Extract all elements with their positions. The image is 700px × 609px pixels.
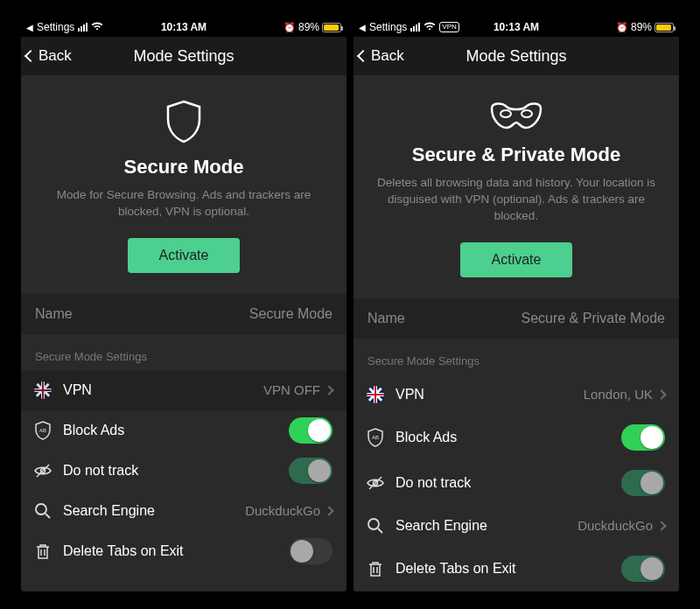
- block-ads-label: Block Ads: [396, 430, 621, 445]
- search-engine-label: Search Engine: [396, 518, 578, 534]
- battery-icon: [322, 23, 341, 32]
- block-ads-icon: AB: [33, 421, 52, 440]
- flag-uk-icon: [33, 381, 52, 400]
- breadcrumb-app[interactable]: Settings: [37, 21, 74, 33]
- wifi-icon: [91, 21, 103, 33]
- svg-line-2: [37, 465, 49, 477]
- dnt-label: Do not track: [396, 475, 621, 491]
- back-button[interactable]: Back: [26, 47, 72, 65]
- chevron-right-icon: [656, 389, 666, 399]
- back-button[interactable]: Back: [359, 47, 404, 65]
- vpn-label: VPN: [396, 387, 584, 402]
- battery-pct: 89%: [631, 21, 652, 33]
- clock: 10:13 AM: [494, 21, 539, 33]
- vpn-value: London, UK: [584, 387, 653, 402]
- magnifier-icon: [33, 501, 52, 521]
- svg-text:AB: AB: [372, 435, 379, 440]
- svg-text:AB: AB: [39, 428, 46, 433]
- vpn-value: VPN OFF: [263, 382, 320, 397]
- row-block-ads: AB Block Ads: [21, 410, 346, 451]
- hero-title: Secure Mode: [42, 156, 326, 178]
- chevron-left-icon: [357, 50, 369, 62]
- status-bar: ◀ Settings VPN 10:13 AM ⏰ 89%: [354, 18, 679, 37]
- eye-slash-icon: [33, 461, 52, 480]
- svg-point-10: [368, 519, 379, 529]
- delete-tabs-label: Delete Tabs on Exit: [63, 543, 289, 559]
- block-ads-icon: AB: [366, 428, 385, 447]
- flag-uk-icon: [366, 385, 385, 404]
- hero-title: Secure & Private Mode: [374, 144, 658, 166]
- nav-bar: Back Mode Settings: [354, 37, 679, 75]
- chevron-right-icon: [656, 521, 666, 530]
- chevron-left-icon: [24, 50, 37, 62]
- hero-description: Mode for Secure Browsing. Ads and tracke…: [42, 187, 326, 220]
- mask-icon: [374, 100, 658, 131]
- section-header-settings: Secure Mode Settings: [354, 339, 679, 374]
- magnifier-icon: [366, 516, 385, 536]
- clock: 10:13 AM: [161, 21, 206, 33]
- block-ads-toggle[interactable]: [289, 417, 332, 444]
- row-vpn[interactable]: VPN London, UK: [354, 374, 679, 415]
- block-ads-label: Block Ads: [63, 423, 289, 438]
- shield-icon: [42, 100, 326, 144]
- chevron-right-icon: [324, 506, 333, 515]
- alarm-icon: ⏰: [284, 22, 296, 33]
- section-header-settings: Secure Mode Settings: [21, 334, 346, 370]
- vpn-label: VPN: [63, 382, 263, 398]
- svg-point-5: [500, 110, 511, 117]
- search-engine-label: Search Engine: [63, 503, 245, 519]
- chevron-right-icon: [324, 385, 333, 395]
- vpn-badge: VPN: [439, 22, 458, 32]
- svg-line-11: [378, 528, 382, 533]
- row-search-engine[interactable]: Search Engine DuckduckGo: [354, 506, 679, 546]
- row-vpn[interactable]: VPN VPN OFF: [21, 370, 346, 410]
- page-title: Mode Settings: [466, 47, 566, 66]
- wifi-icon: [424, 21, 436, 33]
- signal-icon: [410, 23, 420, 32]
- status-bar: ◀ Settings 10:13 AM ⏰ 89%: [21, 18, 346, 37]
- name-value: Secure Mode: [249, 306, 332, 322]
- delete-tabs-label: Delete Tabs on Exit: [396, 561, 621, 577]
- page-title: Mode Settings: [133, 47, 234, 66]
- name-label: Name: [368, 311, 405, 326]
- battery-icon: [654, 23, 674, 32]
- dnt-toggle[interactable]: [621, 470, 665, 496]
- trash-icon: [366, 559, 385, 578]
- hero-section: Secure & Private Mode Deletes all browsi…: [354, 75, 679, 298]
- signal-icon: [78, 23, 88, 32]
- battery-pct: 89%: [298, 21, 319, 33]
- alarm-icon: ⏰: [616, 22, 628, 33]
- svg-point-6: [522, 110, 532, 117]
- search-engine-value: DuckduckGo: [245, 503, 320, 518]
- back-label: Back: [371, 47, 404, 65]
- row-block-ads: AB Block Ads: [354, 415, 679, 460]
- block-ads-toggle[interactable]: [621, 424, 665, 451]
- row-search-engine[interactable]: Search Engine DuckduckGo: [21, 491, 346, 531]
- section-header-basics: BASICS: [21, 571, 346, 592]
- breadcrumb-back-icon[interactable]: ◀: [359, 23, 366, 32]
- row-do-not-track: Do not track: [21, 451, 346, 491]
- activate-button[interactable]: Activate: [128, 238, 241, 273]
- name-row[interactable]: Name Secure Mode: [21, 294, 346, 334]
- nav-bar: Back Mode Settings: [21, 37, 346, 75]
- hero-description: Deletes all browsing data and history. Y…: [374, 175, 658, 225]
- svg-point-3: [36, 504, 46, 514]
- name-value: Secure & Private Mode: [521, 311, 665, 326]
- row-delete-tabs: Delete Tabs on Exit: [21, 531, 346, 571]
- delete-tabs-toggle[interactable]: [621, 556, 665, 582]
- name-label: Name: [35, 306, 73, 322]
- row-do-not-track: Do not track: [354, 460, 679, 506]
- breadcrumb-back-icon[interactable]: ◀: [26, 23, 33, 32]
- dnt-label: Do not track: [63, 463, 289, 479]
- dnt-toggle[interactable]: [289, 458, 332, 484]
- hero-section: Secure Mode Mode for Secure Browsing. Ad…: [21, 75, 346, 294]
- breadcrumb-app[interactable]: Settings: [369, 21, 407, 33]
- activate-button[interactable]: Activate: [460, 242, 573, 277]
- eye-slash-icon: [366, 473, 385, 493]
- svg-line-9: [369, 477, 382, 489]
- name-row[interactable]: Name Secure & Private Mode: [354, 298, 679, 339]
- back-label: Back: [38, 47, 72, 65]
- screen-secure-private-mode: ◀ Settings VPN 10:13 AM ⏰ 89% Back Mode …: [354, 18, 679, 592]
- search-engine-value: DuckduckGo: [578, 518, 653, 533]
- delete-tabs-toggle[interactable]: [289, 538, 332, 564]
